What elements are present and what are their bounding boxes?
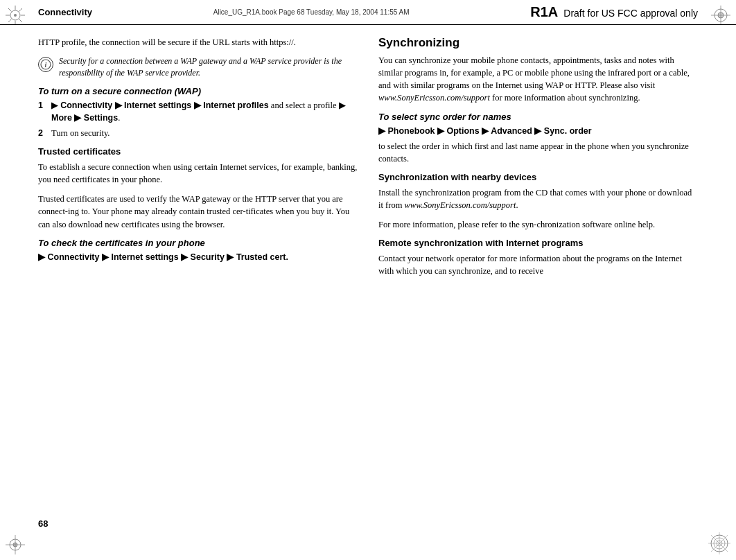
brand-name: R1A [530, 4, 558, 20]
step-1: 1 ▶ Connectivity ▶ Internet settings ▶ I… [38, 99, 358, 124]
trusted-certs-body1: To establish a secure connection when us… [38, 161, 358, 186]
check-certs-heading: To check the certificates in your phone [38, 238, 358, 248]
trusted-certs-body2: Trusted certificates are used to verify … [38, 193, 358, 230]
draft-text: Draft for US FCC approval only [563, 8, 698, 19]
registration-mark-br [708, 532, 730, 554]
trusted-certs-heading: Trusted certificates [38, 146, 358, 157]
page-container: Connectivity Alice_UG_R1A.book Page 68 T… [0, 0, 736, 560]
header-file-info: Alice_UG_R1A.book Page 68 Tuesday, May 1… [92, 8, 530, 16]
connectivity-header-label: Connectivity [38, 7, 92, 17]
remote-sync-heading: Remote synchronization with Internet pro… [378, 238, 698, 248]
registration-mark-bl [6, 535, 25, 554]
sync-url2: www.SonyEricsson.com/support [405, 200, 516, 210]
sync-url1: www.SonyEricsson.com/support [378, 93, 490, 103]
sync-nearby-body2: For more information, please refer to th… [378, 218, 698, 231]
sync-nearby-body1: Install the synchronization program from… [378, 186, 698, 211]
left-column: HTTP profile, the connection will be sec… [38, 29, 358, 522]
sync-nearby-heading: Synchronization with nearby devices [378, 172, 698, 182]
remote-sync-body: Contact your network operator for more i… [378, 252, 698, 277]
synchronizing-heading: Synchronizing [378, 36, 698, 50]
note-icon: i [38, 57, 53, 72]
step-2-number: 2 [38, 127, 48, 139]
note-text: Security for a connection between a WAP … [59, 55, 358, 79]
intro-text: HTTP profile, the connection will be sec… [38, 36, 358, 49]
secure-connection-heading: To turn on a secure connection (WAP) [38, 86, 358, 96]
note-box: i Security for a connection between a WA… [38, 55, 358, 79]
sync-order-arrow: ▶ Phonebook ▶ Options ▶ Advanced ▶ Sync.… [378, 125, 698, 137]
sync-order-body: to select the order in which first and l… [378, 140, 698, 165]
svg-text:i: i [45, 61, 47, 69]
content-area: HTTP profile, the connection will be sec… [38, 29, 698, 522]
header-bar: Connectivity Alice_UG_R1A.book Page 68 T… [0, 0, 736, 25]
header-brand-draft: R1A Draft for US FCC approval only [530, 4, 698, 20]
right-column: Synchronizing You can synchronize your m… [378, 29, 698, 522]
synchronizing-body: You can synchronize your mobile phone co… [378, 54, 698, 105]
step-2-content: Turn on security. [51, 127, 358, 139]
step-1-number: 1 [38, 99, 48, 124]
step-1-content: ▶ Connectivity ▶ Internet settings ▶ Int… [51, 99, 358, 124]
sync-order-heading: To select sync order for names [378, 112, 698, 122]
step-2: 2 Turn on security. [38, 127, 358, 139]
check-certs-arrow: ▶ Connectivity ▶ Internet settings ▶ Sec… [38, 251, 358, 263]
